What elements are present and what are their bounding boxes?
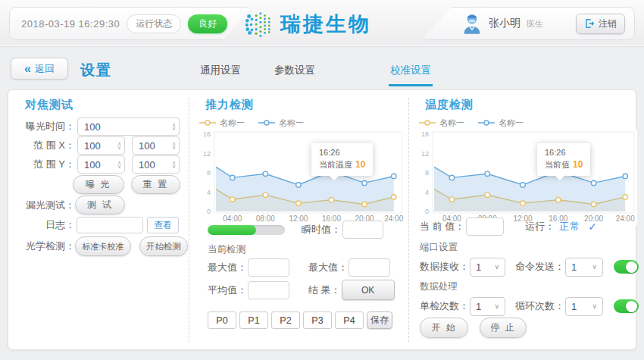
- tab-bar: 通用设置 参数设置 校准设置: [199, 59, 433, 86]
- preset-p0-button[interactable]: P0: [208, 311, 236, 329]
- range-y2-input[interactable]: [139, 159, 170, 171]
- spinner-down-icon[interactable]: ∨: [117, 164, 121, 168]
- preset-p1-button[interactable]: P1: [239, 311, 268, 329]
- temp-chart: 048121604:0008:0012:0016:0020:0024:00 16…: [416, 130, 637, 225]
- preset-p3-button[interactable]: P3: [303, 311, 332, 329]
- back-button[interactable]: « 返回: [11, 58, 68, 80]
- temp-panel-title: 温度检测: [425, 98, 474, 112]
- range-x1-box: ∧ ∨: [77, 136, 125, 155]
- svg-text:0: 0: [425, 208, 429, 215]
- command-send-toggle[interactable]: [614, 260, 639, 274]
- svg-text:4: 4: [425, 189, 429, 196]
- range-x2-spinner[interactable]: ∧ ∨: [172, 142, 176, 149]
- current-value-label: 当 前 值：: [420, 220, 464, 233]
- back-chevrons-icon: «: [24, 63, 31, 75]
- exposure-spinner[interactable]: ∧ ∨: [172, 123, 176, 130]
- svg-text:8: 8: [425, 169, 429, 177]
- ok-button[interactable]: OK: [342, 280, 395, 300]
- stop-button[interactable]: 停 止: [480, 318, 527, 338]
- command-send-value: 1: [571, 261, 577, 273]
- thrust-panel-title: 推力检测: [205, 98, 254, 112]
- logout-button[interactable]: 注销: [576, 14, 625, 34]
- spinner-down-icon[interactable]: ∨: [117, 146, 121, 149]
- instant-value-input[interactable]: [349, 224, 380, 236]
- avg-value-box: [248, 281, 289, 299]
- range-y1-box: ∧ ∨: [77, 155, 125, 174]
- run-label: 运行：: [525, 220, 555, 233]
- spinner-down-icon[interactable]: ∨: [172, 146, 176, 149]
- legend-item: 名称一: [419, 117, 464, 129]
- single-check-count-label: 单检次数：: [420, 299, 469, 313]
- range-x1-spinner[interactable]: ∧ ∨: [117, 142, 121, 149]
- user-name: 张小明: [489, 17, 521, 30]
- thrust-chart: 048121604:0008:0012:0016:0020:0024:00 16…: [198, 130, 405, 225]
- command-send-label: 命令发送：: [515, 260, 564, 274]
- page-title: 设置: [80, 61, 112, 80]
- brand-logo-icon: [244, 10, 273, 39]
- spinner-down-icon[interactable]: ∨: [172, 127, 176, 130]
- current-detection-section-label: 当前检测: [208, 243, 245, 256]
- range-y2-spinner[interactable]: ∧ ∨: [172, 161, 176, 168]
- progress-track: [208, 225, 285, 235]
- legend-blue-marker-icon: [478, 120, 495, 126]
- max-value-input-2[interactable]: [355, 262, 386, 274]
- focus-panel-title: 对焦测试: [25, 98, 73, 112]
- save-button[interactable]: 保存: [367, 311, 392, 329]
- range-x2-box: ∧ ∨: [132, 136, 180, 155]
- legend-label: 名称一: [279, 117, 304, 129]
- brand: 瑞捷生物: [244, 10, 371, 39]
- tab-calibration-settings[interactable]: 校准设置: [389, 59, 433, 86]
- reset-button[interactable]: 重 置: [131, 175, 180, 194]
- log-label: 日志：: [19, 218, 75, 232]
- thrust-legend: 名称一 名称一: [199, 117, 304, 128]
- tab-general-settings[interactable]: 通用设置: [199, 59, 242, 86]
- data-receive-value: 1: [476, 261, 481, 273]
- data-receive-label: 数据接收：: [420, 260, 469, 274]
- spinner-down-icon[interactable]: ∨: [172, 164, 176, 168]
- column-divider: [189, 98, 189, 342]
- expose-button[interactable]: 曝 光: [73, 175, 124, 194]
- legend-label: 名称一: [220, 117, 245, 129]
- avg-value-input[interactable]: [255, 284, 286, 296]
- legend-item: 名称一: [478, 117, 524, 129]
- instant-value-label: 瞬时值：: [302, 223, 341, 236]
- leak-test-button[interactable]: 测 试: [75, 196, 125, 214]
- log-input-box: [77, 217, 143, 233]
- range-y1-spinner[interactable]: ∧ ∨: [117, 161, 121, 168]
- loop-count-select[interactable]: 1 ∨: [565, 297, 603, 316]
- tab-parameter-settings[interactable]: 参数设置: [273, 59, 317, 86]
- start-detection-button[interactable]: 开始检测: [139, 236, 188, 256]
- loop-count-value: 1: [571, 301, 577, 312]
- max-value-input-1[interactable]: [255, 262, 286, 274]
- loop-toggle[interactable]: [614, 299, 639, 313]
- tooltip-time: 16:26: [319, 148, 365, 157]
- legend-yellow-marker-icon: [419, 120, 436, 126]
- range-x1-input[interactable]: [84, 140, 116, 152]
- back-label: 返回: [35, 62, 55, 76]
- exposure-time-label: 曝光时间：: [19, 120, 75, 133]
- preset-p4-button[interactable]: P4: [335, 311, 364, 329]
- view-log-button[interactable]: 查看: [147, 217, 179, 233]
- toggle-knob: [626, 261, 637, 273]
- start-button[interactable]: 开 始: [420, 318, 468, 338]
- logout-label: 注销: [599, 17, 617, 30]
- tooltip-time: 16:26: [545, 148, 583, 157]
- range-y2-box: ∧ ∨: [132, 155, 180, 174]
- avg-value-label: 平均值：: [208, 283, 247, 297]
- max-value-label-2: 最大值：: [308, 261, 348, 274]
- exposure-input[interactable]: [84, 121, 170, 133]
- data-receive-select[interactable]: 1 ∨: [470, 258, 505, 277]
- svg-text:16: 16: [203, 130, 211, 138]
- svg-text:24:00: 24:00: [616, 214, 635, 223]
- range-y1-input[interactable]: [84, 159, 116, 171]
- current-value-input[interactable]: [473, 221, 500, 233]
- standard-card-calibration-button[interactable]: 标准卡校准: [75, 236, 131, 256]
- log-input[interactable]: [83, 220, 139, 231]
- svg-text:12: 12: [421, 150, 429, 158]
- single-check-count-select[interactable]: 1 ∨: [470, 297, 505, 316]
- preset-p2-button[interactable]: P2: [271, 311, 300, 329]
- range-x2-input[interactable]: [139, 140, 170, 152]
- legend-item: 名称一: [258, 117, 304, 129]
- command-send-select[interactable]: 1 ∨: [565, 258, 603, 277]
- column-divider: [408, 98, 409, 342]
